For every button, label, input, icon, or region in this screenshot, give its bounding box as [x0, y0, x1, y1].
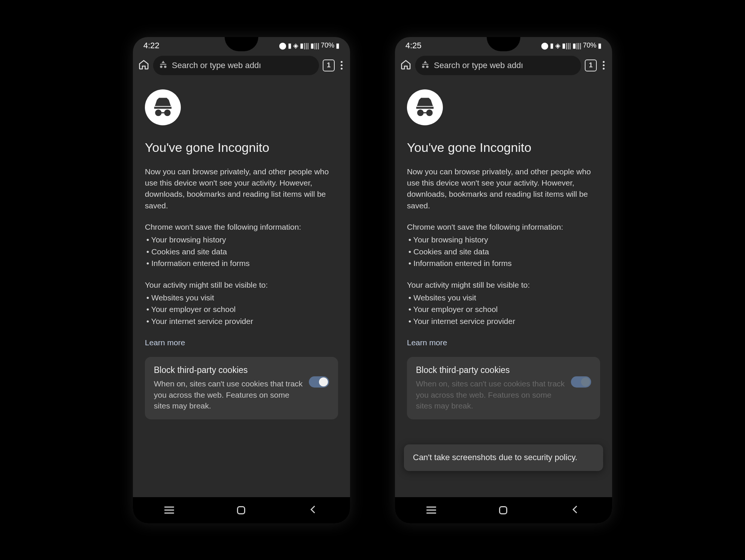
overflow-menu-icon[interactable] — [600, 59, 607, 72]
list-item: Your employer or school — [408, 303, 600, 315]
list-item: Your browsing history — [408, 234, 600, 246]
signal-icon-2: ▮||| — [310, 42, 319, 50]
wont-save-heading: Chrome won't save the following informat… — [145, 223, 338, 232]
incognito-page: You've gone Incognito Now you can browse… — [395, 78, 612, 427]
phone-right: 4:25 ⬤ ▮ ◈ ▮||| ▮||| 70% ▮ Search or typ… — [395, 37, 612, 523]
toast-message: Can't take screenshots due to security p… — [404, 444, 603, 471]
list-item: Websites you visit — [408, 292, 600, 304]
home-icon[interactable] — [138, 59, 149, 72]
visible-list: Websites you visit Your employer or scho… — [407, 292, 600, 327]
tabs-button[interactable]: 1 — [323, 59, 335, 71]
visible-heading: Your activity might still be visible to: — [407, 281, 600, 290]
incognito-hero-icon — [145, 89, 181, 125]
battery-text: 70% — [583, 42, 596, 49]
voicemail-icon: ⬤ — [279, 42, 286, 50]
tabs-count: 1 — [589, 61, 593, 69]
signal-icon-2: ▮||| — [572, 42, 581, 50]
incognito-icon — [420, 60, 430, 71]
wifi-icon: ◈ — [555, 42, 560, 50]
battery-text: 70% — [321, 42, 334, 49]
nfc-icon: ▮ — [288, 42, 292, 50]
page-title: You've gone Incognito — [145, 140, 338, 155]
tabs-count: 1 — [327, 61, 331, 69]
home-button[interactable] — [499, 506, 507, 514]
incognito-hero-icon — [407, 89, 443, 125]
wont-save-list: Your browsing history Cookies and site d… — [145, 234, 338, 269]
list-item: Information entered in forms — [408, 257, 600, 269]
overflow-menu-icon[interactable] — [338, 59, 345, 72]
incognito-page: You've gone Incognito Now you can browse… — [133, 78, 350, 427]
status-time: 4:22 — [143, 41, 159, 51]
learn-more-link[interactable]: Learn more — [145, 338, 338, 347]
omnibox-placeholder: Search or type web addı — [434, 61, 523, 70]
incognito-icon — [158, 60, 168, 71]
card-title: Block third-party cookies — [416, 365, 565, 375]
list-item: Your internet service provider — [408, 315, 600, 327]
address-bar[interactable]: Search or type web addı — [153, 56, 319, 75]
wont-save-heading: Chrome won't save the following informat… — [407, 223, 600, 232]
home-button[interactable] — [237, 506, 245, 514]
back-button[interactable] — [570, 504, 581, 516]
address-bar[interactable]: Search or type web addı — [415, 56, 581, 75]
block-cookies-card: Block third-party cookies When on, sites… — [407, 357, 600, 419]
browser-toolbar: Search or type web addı 1 — [133, 53, 350, 78]
status-time: 4:25 — [405, 41, 422, 51]
wont-save-list: Your browsing history Cookies and site d… — [407, 234, 600, 269]
signal-icon: ▮||| — [300, 42, 309, 50]
block-cookies-toggle[interactable] — [571, 376, 591, 388]
omnibox-placeholder: Search or type web addı — [172, 61, 261, 70]
list-item: Websites you visit — [146, 292, 338, 304]
visible-list: Websites you visit Your employer or scho… — [145, 292, 338, 327]
battery-icon: ▮ — [598, 42, 602, 50]
intro-text: Now you can browse privately, and other … — [145, 166, 338, 212]
recents-button[interactable] — [426, 507, 436, 514]
back-button[interactable] — [308, 504, 319, 516]
block-cookies-toggle[interactable] — [309, 376, 329, 388]
voicemail-icon: ⬤ — [541, 42, 548, 50]
card-description: When on, sites can't use cookies that tr… — [416, 378, 565, 411]
intro-text: Now you can browse privately, and other … — [407, 166, 600, 212]
list-item: Information entered in forms — [146, 257, 338, 269]
card-title: Block third-party cookies — [154, 365, 303, 375]
system-nav-bar — [133, 497, 350, 523]
tabs-button[interactable]: 1 — [585, 59, 597, 71]
battery-icon: ▮ — [336, 42, 340, 50]
home-icon[interactable] — [400, 59, 411, 72]
block-cookies-card: Block third-party cookies When on, sites… — [145, 357, 338, 419]
recents-button[interactable] — [164, 507, 174, 514]
wifi-icon: ◈ — [293, 42, 298, 50]
visible-heading: Your activity might still be visible to: — [145, 281, 338, 290]
list-item: Cookies and site data — [408, 246, 600, 258]
list-item: Your browsing history — [146, 234, 338, 246]
learn-more-link[interactable]: Learn more — [407, 338, 600, 347]
page-title: You've gone Incognito — [407, 140, 600, 155]
list-item: Your internet service provider — [146, 315, 338, 327]
status-icons: ⬤ ▮ ◈ ▮||| ▮||| 70% ▮ — [541, 42, 602, 50]
signal-icon: ▮||| — [562, 42, 571, 50]
browser-toolbar: Search or type web addı 1 — [395, 53, 612, 78]
card-description: When on, sites can't use cookies that tr… — [154, 378, 303, 411]
list-item: Cookies and site data — [146, 246, 338, 258]
list-item: Your employer or school — [146, 303, 338, 315]
phone-left: 4:22 ⬤ ▮ ◈ ▮||| ▮||| 70% ▮ Search or typ… — [133, 37, 350, 523]
nfc-icon: ▮ — [550, 42, 554, 50]
system-nav-bar — [395, 497, 612, 523]
status-icons: ⬤ ▮ ◈ ▮||| ▮||| 70% ▮ — [279, 42, 340, 50]
